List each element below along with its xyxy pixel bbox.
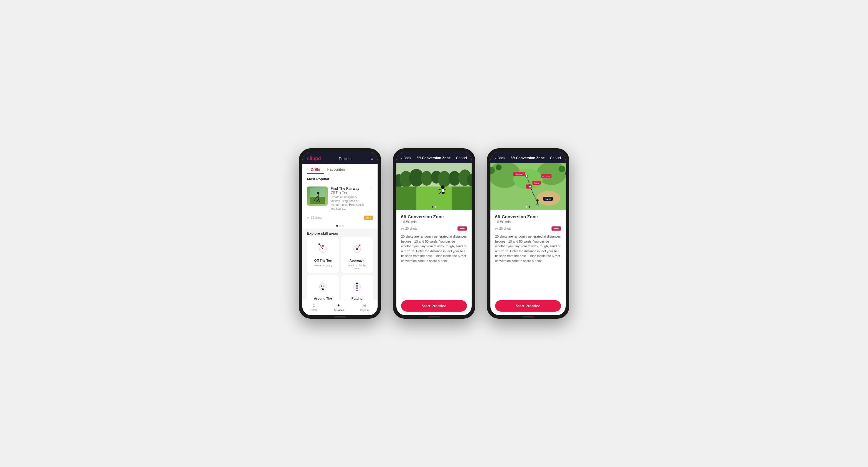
putting-icon-svg bbox=[349, 279, 365, 294]
svg-rect-62 bbox=[442, 189, 444, 192]
drill-image-2 bbox=[396, 163, 472, 210]
drill-footer: ◷ 10 shots OTT bbox=[307, 213, 373, 220]
svg-point-29 bbox=[320, 285, 322, 287]
most-popular-label: Most Popular bbox=[302, 174, 378, 183]
drill-name: Find The Fairway bbox=[331, 187, 366, 191]
svg-point-55 bbox=[441, 185, 444, 189]
svg-point-40 bbox=[356, 282, 358, 284]
svg-rect-53 bbox=[452, 187, 472, 210]
svg-point-28 bbox=[323, 285, 324, 287]
home-label: Home bbox=[310, 308, 317, 311]
dot-2 bbox=[339, 225, 341, 227]
arg-badge-2: ARG bbox=[458, 227, 467, 231]
app-logo: clippd bbox=[307, 156, 321, 161]
phones-container: clippd Practice ≡ Drills Favourites Most… bbox=[299, 148, 569, 319]
drill-category: Off The Tee bbox=[331, 191, 366, 194]
golf-scene-photo bbox=[396, 163, 472, 210]
svg-point-70 bbox=[496, 165, 502, 170]
dot-3 bbox=[342, 225, 344, 227]
svg-point-36 bbox=[356, 290, 358, 291]
home-icon: ⌂ bbox=[313, 302, 316, 308]
home-indicator-2 bbox=[428, 316, 440, 318]
favourite-icon[interactable]: ♡ bbox=[369, 187, 373, 191]
svg-point-88 bbox=[525, 175, 528, 177]
capture-label: Capture bbox=[360, 309, 370, 312]
skill-card-ott[interactable]: Off The Tee Power accuracy bbox=[307, 237, 339, 273]
svg-point-83 bbox=[536, 199, 538, 201]
detail-description-2: 20 shots are randomly generated at dista… bbox=[401, 234, 467, 263]
atg-icon-svg bbox=[315, 279, 331, 294]
cancel-button-3[interactable]: Cancel bbox=[550, 156, 561, 160]
screen-content: Most Popular bbox=[302, 174, 378, 300]
screen-3: ‹ Back 6ft Conversion Zone Cancel bbox=[490, 152, 566, 315]
featured-drill-card[interactable]: Find The Fairway Off The Tee Create an i… bbox=[302, 183, 378, 223]
skill-name-approach: Approach bbox=[349, 259, 364, 262]
skill-card-atg[interactable]: Around The Green Hone your short game bbox=[307, 275, 339, 300]
detail-distance-3: 10-50 yds bbox=[495, 220, 561, 224]
shots-count-2: 20 shots bbox=[405, 227, 417, 230]
phone-1: clippd Practice ≡ Drills Favourites Most… bbox=[299, 148, 381, 319]
detail-title-2: 6ft Conversion Zone bbox=[417, 156, 451, 160]
screen-1: clippd Practice ≡ Drills Favourites Most… bbox=[302, 152, 378, 315]
detail-title-3: 6ft Conversion Zone bbox=[511, 156, 545, 160]
nav-capture[interactable]: ⊕ Capture bbox=[360, 302, 370, 312]
activities-icon: ✦ bbox=[337, 302, 341, 308]
home-indicator-1 bbox=[334, 316, 346, 318]
shots-count-3: 20 shots bbox=[499, 227, 512, 230]
svg-point-20 bbox=[359, 244, 360, 246]
detail-body-3: 6ft Conversion Zone 10-50 yds ◷ 20 shots… bbox=[490, 210, 566, 297]
svg-point-71 bbox=[559, 166, 565, 172]
img-dot-1 bbox=[432, 206, 433, 208]
detail-shots-row-3: ◷ 20 shots ARG bbox=[495, 227, 561, 231]
tabs-bar: Drills Favourites bbox=[302, 164, 378, 174]
svg-text:Miss: Miss bbox=[534, 182, 539, 184]
cancel-button-2[interactable]: Cancel bbox=[456, 156, 467, 160]
start-practice-button-2[interactable]: Start Practice bbox=[401, 300, 467, 312]
approach-icon-svg bbox=[349, 242, 365, 257]
back-button-2[interactable]: ‹ Back bbox=[401, 156, 411, 160]
detail-drill-name-2: 6ft Conversion Zone bbox=[401, 214, 467, 219]
img-dot-3-1 bbox=[526, 206, 527, 208]
home-indicator-3 bbox=[522, 316, 534, 318]
svg-text:ROUGH: ROUGH bbox=[542, 176, 550, 178]
clock-icon: ◷ bbox=[307, 216, 310, 220]
img-dot-3-2 bbox=[529, 206, 530, 208]
app-header: clippd Practice ≡ bbox=[302, 152, 378, 164]
tab-favourites[interactable]: Favourites bbox=[324, 164, 349, 174]
ott-icon-svg bbox=[315, 242, 331, 257]
svg-text:SAND: SAND bbox=[545, 198, 551, 200]
screen-2: ‹ Back 6ft Conversion Zone Cancel bbox=[396, 152, 472, 315]
tab-drills[interactable]: Drills bbox=[307, 164, 324, 174]
svg-point-39 bbox=[356, 284, 358, 286]
nav-home[interactable]: ⌂ Home bbox=[310, 302, 317, 312]
detail-header-3: ‹ Back 6ft Conversion Zone Cancel bbox=[490, 152, 566, 163]
start-practice-button-3[interactable]: Start Practice bbox=[495, 300, 561, 312]
skill-card-approach[interactable]: Approach Dial-in to hit the green bbox=[341, 237, 373, 273]
timer-icon-2: ◷ bbox=[401, 227, 404, 231]
dot-1 bbox=[336, 225, 338, 227]
back-button-3[interactable]: ‹ Back bbox=[495, 156, 505, 160]
bottom-nav: ⌂ Home ✦ Activities ⊕ Capture bbox=[302, 300, 378, 315]
shots-detail-2: ◷ 20 shots bbox=[401, 227, 417, 231]
shots-info: ◷ 10 shots bbox=[307, 216, 322, 220]
svg-point-87 bbox=[529, 185, 532, 188]
svg-point-21 bbox=[356, 248, 358, 250]
svg-rect-52 bbox=[396, 187, 416, 210]
ott-badge: OTT bbox=[364, 215, 373, 220]
svg-point-14 bbox=[318, 243, 320, 245]
img-dot-2 bbox=[435, 206, 436, 208]
menu-icon[interactable]: ≡ bbox=[371, 156, 373, 161]
skill-name-ott: Off The Tee bbox=[314, 259, 332, 262]
svg-point-45 bbox=[421, 171, 433, 186]
drill-thumb-image bbox=[307, 187, 328, 206]
shots-count: 10 shots bbox=[311, 216, 322, 220]
nav-activities[interactable]: ✦ Activities bbox=[334, 302, 344, 312]
image-dots-3 bbox=[526, 206, 530, 208]
detail-shots-row-2: ◷ 20 shots ARG bbox=[401, 227, 467, 231]
arg-badge-3: ARG bbox=[552, 227, 561, 231]
golf-scene-svg bbox=[396, 163, 472, 210]
drill-description: Create an imaginary fairway using trees … bbox=[331, 195, 366, 210]
skill-card-putting[interactable]: Putting Make and lag practice bbox=[341, 275, 373, 300]
svg-point-37 bbox=[356, 288, 358, 289]
drill-card-inner: Find The Fairway Off The Tee Create an i… bbox=[307, 187, 373, 210]
